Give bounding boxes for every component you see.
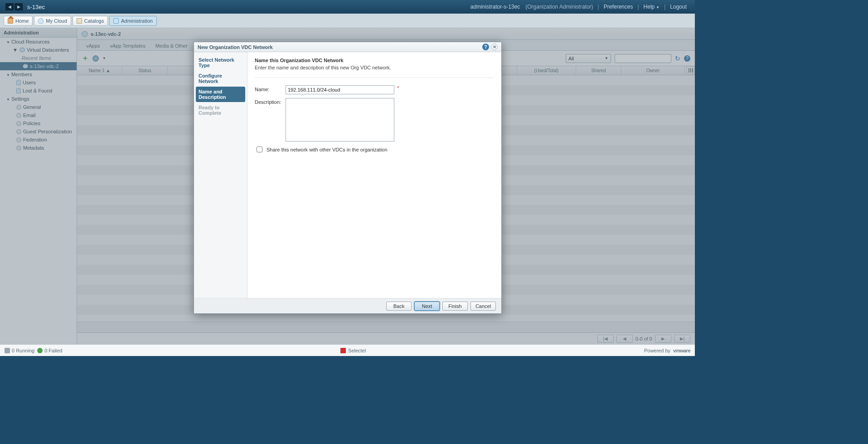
back-button[interactable]: Back (386, 302, 412, 311)
header-logout-link[interactable]: Logout (670, 4, 687, 10)
share-checkbox[interactable] (257, 146, 262, 152)
catalog-icon (77, 18, 82, 24)
status-bar: 0 Running 0 Failed Selectel Powered by v… (0, 344, 695, 356)
header-help-link[interactable]: Help▼ (644, 4, 660, 10)
tab-administration[interactable]: Administration (109, 16, 157, 26)
admin-icon (113, 18, 119, 24)
wizard-step-select-type[interactable]: Select Network Type (196, 55, 245, 70)
wizard-heading: Name this Organization VDC Network (255, 58, 494, 63)
cloud-icon (38, 18, 44, 24)
wizard-step-configure[interactable]: Configure Network (196, 71, 245, 86)
dialog-title: New Organization VDC Network (198, 44, 273, 50)
selectel-icon (340, 348, 346, 353)
primary-tabs: Home My Cloud Catalogs Administration (0, 14, 695, 28)
description-input[interactable] (286, 98, 394, 141)
status-running: 0 Running (12, 348, 34, 353)
wizard-step-ready: Ready to Complete (196, 102, 245, 118)
dialog-help-button[interactable]: ? (482, 44, 489, 50)
required-indicator: * (397, 85, 399, 91)
header-role: (Organization Administrator) (525, 4, 593, 10)
name-label: Name: (255, 85, 286, 92)
powered-by-label: Powered by (644, 348, 670, 353)
new-org-vdc-network-dialog: New Organization VDC Network ? ✕ Select … (194, 42, 502, 314)
description-label: Description: (255, 98, 286, 105)
tab-catalogs[interactable]: Catalogs (73, 16, 108, 26)
wizard-step-name-desc[interactable]: Name and Description (196, 87, 245, 102)
chevron-down-icon: ▼ (656, 5, 659, 10)
nav-forward-button[interactable]: ▶ (15, 3, 23, 10)
tab-my-cloud[interactable]: My Cloud (34, 16, 71, 26)
finish-button[interactable]: Finish (442, 302, 468, 311)
next-button[interactable]: Next (414, 302, 440, 311)
tab-home[interactable]: Home (4, 16, 33, 26)
vmware-logo: vmware (673, 348, 690, 353)
name-input[interactable] (286, 85, 394, 94)
wizard-subheading: Enter the name and description of this n… (255, 65, 494, 70)
status-failed-icon (37, 348, 43, 353)
cancel-button[interactable]: Cancel (470, 302, 496, 311)
dialog-title-bar: New Organization VDC Network ? ✕ (194, 42, 501, 52)
dialog-close-button[interactable]: ✕ (491, 44, 498, 50)
header-user[interactable]: administrator-s-13ec (470, 4, 520, 10)
header-preferences-link[interactable]: Preferences (604, 4, 633, 10)
status-running-icon (5, 348, 10, 353)
nav-back-button[interactable]: ◀ (5, 3, 14, 10)
dialog-buttons: Back Next Finish Cancel (194, 298, 501, 313)
status-failed: 0 Failed (44, 348, 62, 353)
share-label: Share this network with other VDCs in th… (267, 147, 388, 152)
home-icon (8, 18, 13, 24)
app-title: s-13ec (27, 4, 45, 10)
brand-label: Selectel (348, 348, 366, 353)
wizard-steps: Select Network Type Configure Network Na… (194, 52, 247, 298)
global-header: ◀ ▶ s-13ec administrator-s-13ec (Organiz… (0, 0, 695, 14)
wizard-main: Name this Organization VDC Network Enter… (247, 52, 501, 298)
